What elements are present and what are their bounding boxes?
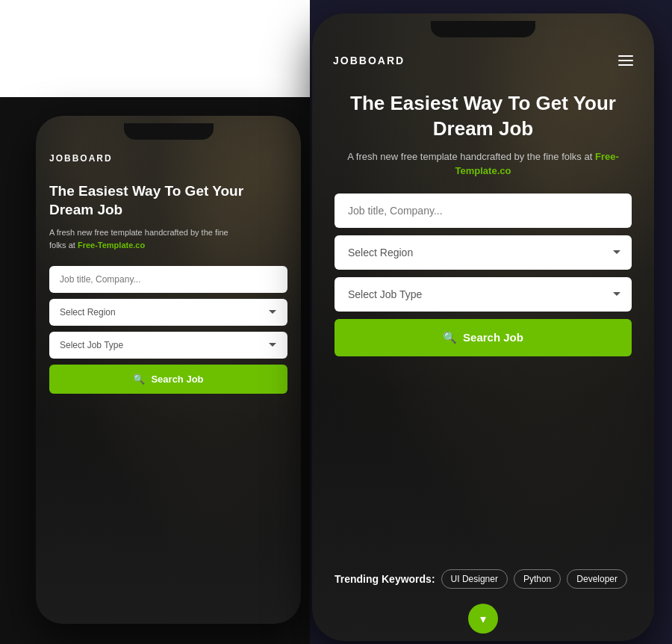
region-select-right[interactable]: Select Region	[335, 235, 632, 270]
search-button-right[interactable]: 🔍 Search Job	[335, 319, 632, 356]
keyword-ui-designer[interactable]: UI Designer	[441, 569, 508, 589]
hero-subtitle-link-prefix-left: folks at	[49, 241, 78, 250]
trending-section-right: Trending Keywords: UI Designer Python De…	[312, 551, 654, 596]
hero-subtitle-right: A fresh new free template handcrafted by…	[335, 149, 632, 179]
search-form-right: Select Region Select Job Type 🔍 Search J…	[335, 193, 632, 356]
brand-left: JOBBOARD	[49, 153, 113, 164]
scroll-down-button-right[interactable]: ▾	[468, 604, 498, 634]
hero-subtitle-link-left[interactable]: Free-Template.co	[78, 241, 145, 250]
phone-left: JOBBOARD The Easiest Way To Get Your Dre…	[36, 116, 301, 624]
search-button-left[interactable]: 🔍 Search Job	[49, 365, 287, 394]
search-input-right[interactable]	[335, 193, 632, 228]
hamburger-line-1	[618, 55, 633, 57]
hero-subtitle-left: A fresh new free template handcrafted by…	[49, 226, 287, 251]
white-background-rect	[0, 0, 310, 97]
phone-left-notch	[124, 123, 214, 140]
hero-section-right: The Easiest Way To Get Your Dream Job A …	[312, 78, 654, 551]
search-icon-left: 🔍	[133, 374, 145, 385]
hero-subtitle-prefix-right: A fresh new free template handcrafted by…	[347, 151, 592, 162]
hero-title-left: The Easiest Way To Get Your Dream Job	[49, 182, 287, 219]
job-type-select-right[interactable]: Select Job Type	[335, 277, 632, 312]
phone-right: JOBBOARD The Easiest Way To Get Your Dre…	[312, 13, 654, 641]
keyword-developer[interactable]: Developer	[567, 569, 627, 589]
hamburger-line-2	[618, 60, 633, 61]
job-type-select-left[interactable]: Select Job Type	[49, 332, 287, 359]
search-form-left: Select Region Select Job Type 🔍 Search J…	[49, 266, 287, 394]
search-btn-label-right: Search Job	[463, 331, 523, 344]
hero-section-left: The Easiest Way To Get Your Dream Job A …	[36, 171, 301, 624]
hamburger-menu-right[interactable]	[618, 55, 633, 66]
hero-subtitle-text-left: A fresh new free template handcrafted by…	[49, 228, 228, 237]
search-icon-right: 🔍	[443, 331, 457, 344]
hamburger-line-3	[618, 64, 633, 66]
hero-title-right: The Easiest Way To Get Your Dream Job	[335, 91, 632, 142]
region-select-left[interactable]: Select Region	[49, 299, 287, 326]
search-input-left[interactable]	[49, 266, 287, 293]
search-btn-label-left: Search Job	[151, 374, 203, 385]
chevron-down-icon: ▾	[480, 612, 486, 626]
keyword-python[interactable]: Python	[514, 569, 561, 589]
phone-right-notch	[431, 21, 535, 37]
brand-right: JOBBOARD	[333, 55, 405, 66]
trending-label-right: Trending Keywords:	[335, 573, 435, 585]
